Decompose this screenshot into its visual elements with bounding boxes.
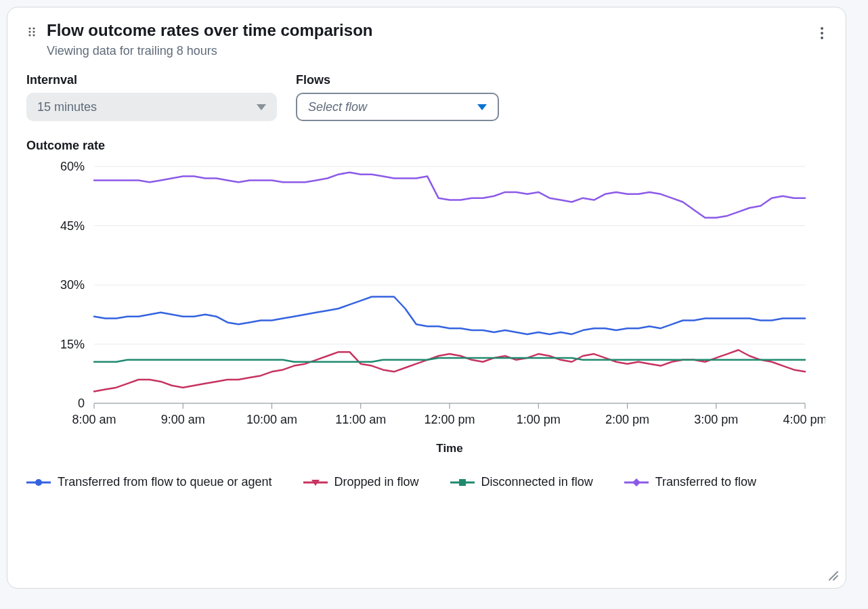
legend-label: Transferred to flow — [655, 475, 756, 489]
svg-text:8:00 am: 8:00 am — [72, 413, 116, 426]
legend-item-disconnected[interactable]: Disconnected in flow — [450, 475, 593, 489]
svg-marker-46 — [632, 478, 641, 487]
svg-text:45%: 45% — [60, 219, 85, 233]
svg-text:0: 0 — [78, 397, 85, 410]
legend-label: Transferred from flow to queue or agent — [58, 475, 272, 489]
interval-label: Internval — [26, 73, 277, 87]
svg-point-7 — [821, 32, 823, 35]
flows-field: Flows Select flow — [296, 73, 499, 121]
svg-point-8 — [821, 37, 823, 39]
controls-row: Internval 15 minutes Flows Select flow — [26, 73, 827, 121]
svg-text:Time: Time — [436, 442, 462, 455]
svg-text:2:00 pm: 2:00 pm — [605, 413, 649, 426]
resize-handle-icon[interactable] — [827, 569, 839, 581]
legend-item-transferred-queue[interactable]: Transferred from flow to queue or agent — [26, 475, 272, 489]
chart-card: Flow outcome rates over time comparison … — [7, 7, 846, 589]
line-chart: 015%30%45%60%8:00 am9:00 am10:00 am11:00… — [26, 160, 825, 457]
y-axis-title: Outcome rate — [26, 139, 827, 153]
interval-value: 15 minutes — [37, 100, 97, 114]
svg-point-6 — [821, 27, 823, 30]
svg-point-1 — [32, 27, 35, 29]
legend-item-dropped[interactable]: Dropped in flow — [303, 475, 419, 489]
svg-text:1:00 pm: 1:00 pm — [517, 413, 561, 426]
svg-point-3 — [32, 30, 35, 32]
svg-text:9:00 am: 9:00 am — [161, 413, 205, 426]
card-title: Flow outcome rates over time comparison — [47, 21, 827, 40]
svg-text:4:00 pm: 4:00 pm — [783, 413, 825, 426]
svg-point-40 — [35, 479, 42, 486]
svg-text:15%: 15% — [60, 338, 85, 351]
card-subtitle: Viewing data for trailing 8 hours — [47, 44, 827, 58]
flows-select[interactable]: Select flow — [296, 93, 499, 121]
more-vertical-icon — [820, 26, 824, 40]
svg-text:3:00 pm: 3:00 pm — [694, 413, 738, 426]
chevron-down-icon — [257, 104, 266, 110]
flows-placeholder: Select flow — [308, 100, 367, 114]
legend-label: Dropped in flow — [334, 475, 419, 489]
svg-text:60%: 60% — [60, 160, 85, 173]
chart-area: 015%30%45%60%8:00 am9:00 am10:00 am11:00… — [26, 160, 827, 457]
chart-legend: Transferred from flow to queue or agent … — [26, 475, 827, 489]
svg-point-4 — [28, 34, 30, 36]
svg-point-2 — [28, 30, 30, 32]
chevron-down-icon — [477, 104, 487, 110]
svg-rect-44 — [459, 479, 466, 486]
svg-text:10:00 am: 10:00 am — [246, 413, 297, 426]
legend-item-transferred-flow[interactable]: Transferred to flow — [624, 475, 756, 489]
more-actions-button[interactable] — [816, 22, 828, 44]
svg-line-47 — [829, 572, 838, 580]
svg-line-48 — [833, 576, 838, 580]
svg-text:11:00 am: 11:00 am — [335, 413, 386, 426]
drag-handle-icon[interactable] — [26, 26, 37, 37]
svg-text:12:00 pm: 12:00 pm — [424, 413, 475, 426]
flows-label: Flows — [296, 73, 499, 87]
card-header: Flow outcome rates over time comparison … — [26, 21, 827, 58]
svg-point-5 — [32, 34, 35, 36]
legend-label: Disconnected in flow — [481, 475, 593, 489]
svg-point-0 — [28, 27, 30, 29]
interval-select[interactable]: 15 minutes — [26, 93, 277, 121]
svg-text:30%: 30% — [60, 278, 85, 292]
interval-field: Internval 15 minutes — [26, 73, 277, 121]
